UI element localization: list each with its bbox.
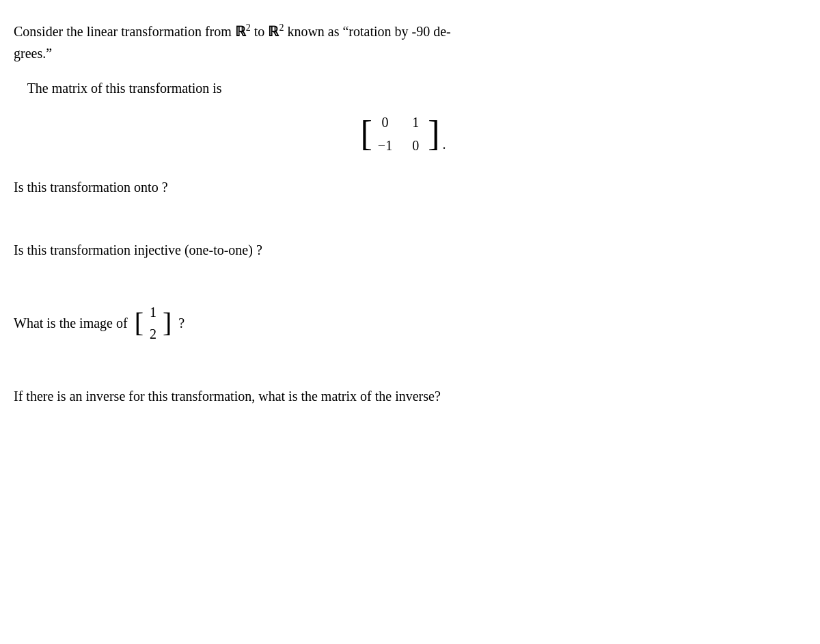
question3-line: What is the image of [ 1 2 ] ? — [14, 302, 793, 344]
question4-block: If there is an inverse for this transfor… — [14, 385, 793, 407]
main-bracket-right: ] — [428, 116, 439, 152]
question3-vector-block: [ 1 2 ] — [135, 302, 172, 344]
to-text: to — [251, 24, 269, 39]
content-area: Consider the linear transformation from … — [14, 20, 793, 407]
period: . — [442, 134, 446, 156]
matrix-intro-text: The matrix of this transformation is — [27, 81, 222, 96]
main-matrix-block: [ 0 1 −1 0 ] . — [14, 112, 793, 156]
question2-text: Is this transformation injective (one-to… — [14, 239, 793, 261]
question1-block: Is this transformation onto ? — [14, 176, 793, 198]
sup1: 2 — [246, 23, 251, 33]
question4-text: If there is an inverse for this transfor… — [14, 385, 793, 407]
matrix-intro-line: The matrix of this transformation is — [14, 78, 793, 98]
q3-bracket-left: [ — [135, 309, 144, 337]
intro-paragraph: Consider the linear transformation from … — [14, 20, 793, 64]
main-cell-10: −1 — [378, 135, 392, 156]
q3-cell-0: 1 — [148, 302, 159, 322]
question3-suffix: ? — [178, 312, 184, 334]
known-as-text: known as “rotation by -90 de- — [284, 24, 450, 39]
main-cell-00: 0 — [378, 112, 392, 132]
main-cell-11: 0 — [409, 135, 422, 156]
question2-block: Is this transformation injective (one-to… — [14, 239, 793, 261]
q3-cell-1: 2 — [148, 324, 159, 344]
question3-block: What is the image of [ 1 2 ] ? — [14, 302, 793, 344]
main-bracket-left: [ — [361, 116, 372, 152]
main-matrix-container: [ 0 1 −1 0 ] . — [361, 112, 446, 156]
blackboard-r1: ℝ — [235, 24, 246, 39]
question3-prefix: What is the image of — [14, 312, 128, 334]
q3-bracket-right: ] — [163, 309, 172, 337]
grees-text: grees.” — [14, 46, 52, 61]
q3-vector-grid: 1 2 — [148, 302, 159, 344]
main-cell-01: 1 — [409, 112, 422, 132]
question1-text: Is this transformation onto ? — [14, 176, 793, 198]
main-matrix-grid: 0 1 −1 0 — [378, 112, 422, 156]
blackboard-r2: ℝ — [268, 24, 279, 39]
intro-line1-text: Consider the linear transformation from — [14, 24, 235, 39]
